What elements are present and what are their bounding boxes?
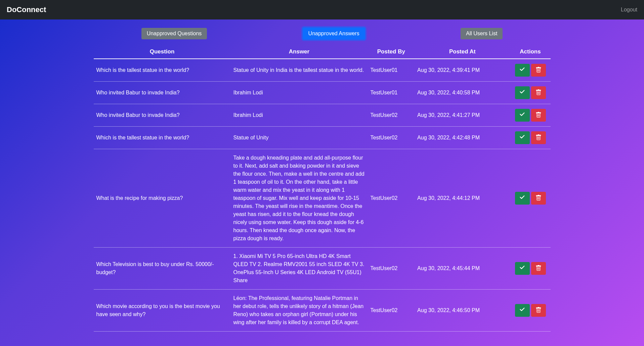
table-row: Who invited Babur to invade India?Ibrahi… xyxy=(94,82,551,104)
cell-answer: 1. Xiaomi Mi TV 5 Pro 65-inch Ultra HD 4… xyxy=(231,248,368,290)
table-row: Which Television is best to buy under Rs… xyxy=(94,248,551,290)
check-icon xyxy=(519,67,525,74)
cell-answer: Take a dough kneading plate and add all-… xyxy=(231,149,368,248)
approve-button[interactable] xyxy=(515,109,530,122)
check-icon xyxy=(519,195,525,202)
approve-button[interactable] xyxy=(515,304,530,317)
delete-button[interactable] xyxy=(531,64,546,77)
header-posted-at: Posted At xyxy=(415,45,510,59)
check-icon xyxy=(519,134,525,141)
check-icon xyxy=(519,89,525,96)
content: Unapproved Questions Unapproved Answers … xyxy=(87,19,557,345)
delete-button[interactable] xyxy=(531,262,546,275)
trash-icon xyxy=(535,265,542,272)
delete-button[interactable] xyxy=(531,304,546,317)
trash-icon xyxy=(535,195,542,202)
delete-button[interactable] xyxy=(531,109,546,122)
cell-actions xyxy=(510,149,551,248)
brand-logo[interactable]: DoConnect xyxy=(7,5,46,14)
cell-actions xyxy=(510,248,551,290)
tab-all-users[interactable]: All Users List xyxy=(461,28,503,39)
cell-posted-by: TestUser02 xyxy=(368,149,415,248)
cell-posted-by: TestUser02 xyxy=(368,104,415,127)
cell-question: What is the recipe for making pizza? xyxy=(94,149,231,248)
table-row: What is the recipe for making pizza?Take… xyxy=(94,149,551,248)
trash-icon xyxy=(535,134,542,141)
header-question: Question xyxy=(94,45,231,59)
table-row: Which is the tallest statue in the world… xyxy=(94,127,551,149)
cell-actions xyxy=(510,82,551,104)
logout-link[interactable]: Logout xyxy=(621,7,637,13)
cell-question: Which Television is best to buy under Rs… xyxy=(94,248,231,290)
trash-icon xyxy=(535,307,542,314)
answers-table: Question Answer Posted By Posted At Acti… xyxy=(94,45,551,332)
approve-button[interactable] xyxy=(515,192,530,205)
cell-actions xyxy=(510,59,551,82)
approve-button[interactable] xyxy=(515,262,530,275)
trash-icon xyxy=(535,112,542,119)
cell-posted-at: Aug 30, 2022, 4:39:41 PM xyxy=(415,59,510,82)
header-answer: Answer xyxy=(231,45,368,59)
cell-answer: Ibrahim Lodi xyxy=(231,104,368,127)
header-actions: Actions xyxy=(510,45,551,59)
delete-button[interactable] xyxy=(531,192,546,205)
cell-answer: Statue of Unity in India is the tallest … xyxy=(231,59,368,82)
cell-answer: Statue of Unity xyxy=(231,127,368,149)
tab-unapproved-answers[interactable]: Unapproved Answers xyxy=(303,28,365,40)
tab-row: Unapproved Questions Unapproved Answers … xyxy=(94,19,551,45)
cell-posted-by: TestUser02 xyxy=(368,127,415,149)
cell-question: Who invited Babur to invade India? xyxy=(94,104,231,127)
table-row: Which movie according to you is the best… xyxy=(94,290,551,332)
header-posted-by: Posted By xyxy=(368,45,415,59)
cell-posted-by: TestUser01 xyxy=(368,82,415,104)
cell-actions xyxy=(510,290,551,332)
cell-actions xyxy=(510,127,551,149)
navbar: DoConnect Logout xyxy=(0,0,644,19)
cell-answer: Léon: The Professional, featuring Natali… xyxy=(231,290,368,332)
cell-question: Which is the tallest statue in the world… xyxy=(94,59,231,82)
check-icon xyxy=(519,307,525,314)
trash-icon xyxy=(535,67,542,74)
table-row: Who invited Babur to invade India?Ibrahi… xyxy=(94,104,551,127)
cell-actions xyxy=(510,104,551,127)
cell-posted-at: Aug 30, 2022, 4:40:58 PM xyxy=(415,82,510,104)
cell-posted-at: Aug 30, 2022, 4:44:12 PM xyxy=(415,149,510,248)
trash-icon xyxy=(535,89,542,96)
check-icon xyxy=(519,112,525,119)
cell-question: Who invited Babur to invade India? xyxy=(94,82,231,104)
cell-posted-at: Aug 30, 2022, 4:46:50 PM xyxy=(415,290,510,332)
cell-posted-by: TestUser01 xyxy=(368,59,415,82)
cell-answer: Ibrahim Lodi xyxy=(231,82,368,104)
cell-posted-at: Aug 30, 2022, 4:41:27 PM xyxy=(415,104,510,127)
cell-posted-at: Aug 30, 2022, 4:42:48 PM xyxy=(415,127,510,149)
tab-unapproved-questions[interactable]: Unapproved Questions xyxy=(141,28,207,39)
table-row: Which is the tallest statue in the world… xyxy=(94,59,551,82)
cell-posted-by: TestUser02 xyxy=(368,290,415,332)
page-scroll-area[interactable]: Unapproved Questions Unapproved Answers … xyxy=(0,19,644,346)
table-header-row: Question Answer Posted By Posted At Acti… xyxy=(94,45,551,59)
cell-posted-by: TestUser02 xyxy=(368,248,415,290)
delete-button[interactable] xyxy=(531,86,546,99)
delete-button[interactable] xyxy=(531,131,546,144)
approve-button[interactable] xyxy=(515,64,530,77)
approve-button[interactable] xyxy=(515,86,530,99)
approve-button[interactable] xyxy=(515,131,530,144)
check-icon xyxy=(519,265,525,272)
cell-question: Which movie according to you is the best… xyxy=(94,290,231,332)
cell-question: Which is the tallest statue in the world… xyxy=(94,127,231,149)
cell-posted-at: Aug 30, 2022, 4:45:44 PM xyxy=(415,248,510,290)
